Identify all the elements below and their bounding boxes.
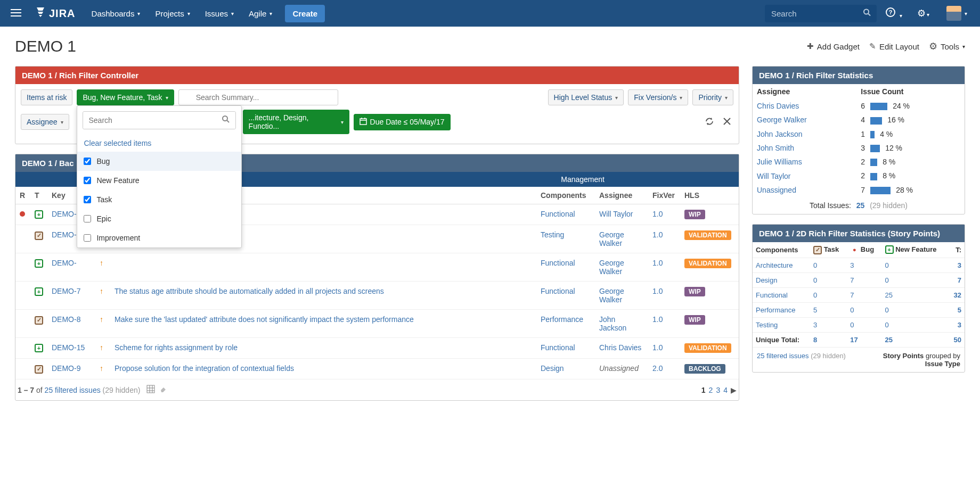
create-button[interactable]: Create — [285, 5, 325, 22]
col-components[interactable]: Components — [536, 187, 595, 204]
edit-layout-button[interactable]: ✎ Edit Layout — [869, 42, 919, 51]
assignee-filter[interactable]: Assignee▾ — [21, 114, 69, 130]
dropdown-option-improvement[interactable]: Improvement — [77, 228, 241, 247]
search-summary-input[interactable] — [178, 89, 338, 105]
col-type[interactable]: T — [30, 187, 47, 204]
next-page-icon[interactable]: ▶ — [731, 386, 737, 394]
col-hls[interactable]: HLS — [680, 187, 739, 204]
stats-assignee-link[interactable]: John Jackson — [757, 130, 803, 138]
twod-component-link[interactable]: Functional — [756, 291, 788, 299]
twod-row: Testing 300 3 — [753, 317, 965, 332]
svg-rect-14 — [147, 385, 154, 393]
stats-assignee-link[interactable]: Chris Davies — [757, 102, 799, 110]
high-level-status-filter[interactable]: High Level Status▾ — [548, 89, 624, 105]
stats-assignee-link[interactable]: Julie Williams — [757, 158, 802, 166]
svg-line-1 — [868, 14, 870, 16]
assignee-link[interactable]: George Walker — [599, 230, 624, 247]
issue-key-link[interactable]: DEMO-7 — [52, 287, 80, 295]
component-link[interactable]: Functional — [541, 343, 575, 352]
user-menu[interactable]: ▾ — [938, 6, 974, 21]
twod-component-link[interactable]: Testing — [756, 321, 778, 329]
component-link[interactable]: Functional — [541, 210, 575, 218]
nav-agile[interactable]: Agile▾ — [242, 0, 279, 27]
eraser-icon[interactable] — [159, 385, 168, 395]
settings-icon[interactable]: ⚙▾ — [911, 7, 936, 19]
due-date-filter[interactable]: Due Date ≤ 05/May/17 — [354, 114, 451, 130]
twod-filtered-link[interactable]: 25 filtered issues — [757, 352, 809, 360]
grid-icon[interactable] — [146, 385, 155, 395]
fixver-link[interactable]: 1.0 — [652, 259, 663, 267]
table-row[interactable]: ✓ DEMO-9 ↑ Propose solution for the inte… — [15, 359, 739, 379]
stats-assignee-link[interactable]: George Walker — [757, 115, 807, 124]
assignee-link[interactable]: George Walker — [599, 259, 624, 276]
items-at-risk-filter[interactable]: Items at risk — [21, 89, 72, 105]
stats-assignee-link[interactable]: John Smith — [757, 144, 794, 152]
fixver-link[interactable]: 1.0 — [652, 343, 663, 352]
dropdown-option-task[interactable]: Task — [77, 190, 241, 209]
jira-logo[interactable]: JIRA — [28, 6, 83, 20]
summary-link[interactable]: Make sure the 'last updated' attribute d… — [115, 315, 414, 324]
summary-link[interactable]: The status age attribute should be autom… — [115, 287, 384, 295]
component-link[interactable]: Functional — [541, 259, 575, 267]
help-icon[interactable]: ? ▾ — [879, 7, 909, 20]
fixver-link[interactable]: 1.0 — [652, 315, 663, 324]
assignee-link[interactable]: John Jackson — [599, 315, 626, 332]
tools-menu[interactable]: ⚙ Tools ▾ — [929, 40, 965, 52]
assignee-link[interactable]: Will Taylor — [599, 210, 633, 218]
table-row[interactable]: + DEMO- ↑ Functional George Walker 1.0 V… — [15, 253, 739, 282]
fixver-link[interactable]: 1.0 — [652, 210, 663, 218]
newfeature-icon: + — [35, 259, 43, 268]
stats-assignee-link[interactable]: Unassigned — [757, 186, 796, 194]
col-fixver[interactable]: FixVer — [648, 187, 680, 204]
jira-logo-icon — [35, 6, 46, 20]
page-4[interactable]: 4 — [723, 386, 728, 394]
stats-assignee-link[interactable]: Will Taylor — [757, 172, 791, 180]
component-link[interactable]: Design — [541, 364, 564, 373]
summary-link[interactable]: Scheme for rights assignment by role — [115, 343, 238, 352]
component-link[interactable]: Functional — [541, 287, 575, 295]
twod-component-link[interactable]: Performance — [756, 306, 795, 314]
assignee-link[interactable]: Chris Davies — [599, 343, 641, 352]
fixver-link[interactable]: 2.0 — [652, 364, 663, 373]
twod-component-link[interactable]: Design — [756, 276, 777, 284]
component-link[interactable]: Performance — [541, 315, 583, 324]
table-row[interactable]: + DEMO-15 ↑ Scheme for rights assignment… — [15, 338, 739, 359]
summary-link[interactable]: Propose solution for the integration of … — [115, 364, 294, 373]
page-3[interactable]: 3 — [716, 386, 720, 394]
col-assignee[interactable]: Assignee — [595, 187, 648, 204]
dropdown-option-epic[interactable]: Epic — [77, 209, 241, 228]
fixver-link[interactable]: 1.0 — [652, 230, 663, 239]
global-search-input[interactable] — [765, 5, 877, 22]
issue-key-link[interactable]: DEMO- — [52, 210, 77, 218]
issue-key-link[interactable]: DEMO- — [52, 230, 77, 239]
refresh-icon[interactable] — [703, 114, 716, 130]
assignee-link[interactable]: George Walker — [599, 287, 624, 304]
dropdown-search-input[interactable] — [83, 112, 235, 129]
dropdown-option-bug[interactable]: Bug — [77, 152, 241, 171]
page-2[interactable]: 2 — [709, 386, 713, 394]
fixver-link[interactable]: 1.0 — [652, 287, 663, 295]
nav-dashboards[interactable]: Dashboards▾ — [85, 0, 147, 27]
nav-projects[interactable]: Projects▾ — [149, 0, 196, 27]
twod-component-link[interactable]: Architecture — [756, 261, 793, 269]
nav-issues[interactable]: Issues▾ — [199, 0, 240, 27]
issue-key-link[interactable]: DEMO-9 — [52, 364, 80, 373]
col-risk[interactable]: R — [15, 187, 30, 204]
priority-filter[interactable]: Priority▾ — [692, 89, 733, 105]
issue-key-link[interactable]: DEMO-8 — [52, 315, 80, 324]
dropdown-option-new-feature[interactable]: New Feature — [77, 171, 241, 190]
issue-key-link[interactable]: DEMO-15 — [52, 343, 85, 352]
add-gadget-button[interactable]: ✚ Add Gadget — [807, 42, 860, 51]
issue-type-filter[interactable]: Bug, New Feature, Task▾ — [77, 89, 174, 105]
component-link[interactable]: Testing — [541, 230, 564, 239]
table-row[interactable]: + DEMO-7 ↑ The status age attribute shou… — [15, 282, 739, 310]
close-icon[interactable] — [721, 115, 733, 129]
fix-version-filter[interactable]: Fix Version/s▾ — [628, 89, 688, 105]
page-1[interactable]: 1 — [701, 386, 706, 394]
table-row[interactable]: ✓ DEMO-8 ↑ Make sure the 'last updated' … — [15, 310, 739, 338]
issue-key-link[interactable]: DEMO- — [52, 259, 77, 267]
clear-selected-link[interactable]: Clear selected items — [77, 135, 241, 152]
filtered-issues-link[interactable]: 25 filtered issues — [45, 386, 101, 394]
components-filter[interactable]: ...itecture, Design, Functio...▾ — [243, 110, 349, 134]
hamburger-menu[interactable] — [6, 3, 26, 24]
